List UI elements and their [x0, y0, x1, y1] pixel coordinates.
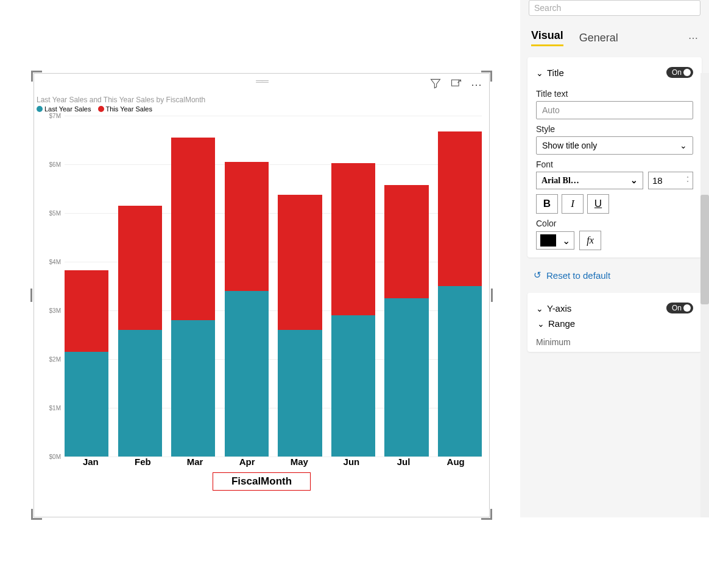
bar-segment-last-year[interactable]: [438, 286, 482, 457]
x-axis-title: FiscalMonth: [213, 472, 311, 491]
reset-to-default-button[interactable]: ↺ Reset to default: [524, 262, 705, 288]
title-text-input[interactable]: Auto: [536, 101, 693, 119]
legend-label: Last Year Sales: [44, 105, 91, 113]
toggle-knob-icon: [683, 69, 691, 76]
color-label: Color: [536, 219, 693, 228]
underline-button[interactable]: U: [587, 194, 609, 214]
section-header-yaxis[interactable]: Y-axis: [536, 303, 571, 313]
y-tick-label: $1M: [39, 405, 63, 411]
format-panel: Search Visual General ⋯ Title On Title t…: [520, 0, 709, 517]
more-options-icon[interactable]: ⋯: [471, 78, 482, 91]
resize-handle-bl[interactable]: [31, 509, 42, 520]
scrollbar-thumb[interactable]: [700, 195, 709, 304]
chevron-down-icon[interactable]: ˅: [686, 181, 689, 185]
yaxis-toggle[interactable]: On: [666, 303, 693, 313]
bar-column[interactable]: [118, 116, 162, 457]
color-picker[interactable]: ⌄: [536, 231, 574, 250]
bar-segment-this-year[interactable]: [278, 195, 322, 330]
bar-segment-this-year[interactable]: [331, 163, 375, 315]
bar-column[interactable]: [331, 116, 375, 457]
tab-visual[interactable]: Visual: [531, 29, 563, 46]
legend-swatch: [98, 106, 104, 112]
bar-segment-last-year[interactable]: [65, 352, 108, 457]
y-tick-label: $7M: [39, 113, 63, 119]
drag-grip-icon[interactable]: ══: [256, 76, 267, 87]
bar-column[interactable]: [225, 116, 269, 457]
chart-visual[interactable]: ══ ⋯ Last Year Sales and This Year Sales…: [34, 73, 490, 517]
resize-handle-tl[interactable]: [31, 71, 42, 82]
search-input[interactable]: Search: [529, 0, 700, 16]
style-label: Style: [536, 124, 693, 134]
x-tick-label: May: [273, 457, 326, 469]
x-tick-label: Jun: [325, 457, 378, 469]
x-tick-label: Jan: [65, 457, 117, 469]
bar-segment-last-year[interactable]: [118, 330, 162, 457]
legend-item: Last Year Sales: [37, 105, 91, 113]
x-tick-label: Mar: [169, 457, 221, 469]
bar-column[interactable]: [171, 116, 215, 457]
chevron-down-icon: ⌄: [562, 235, 570, 247]
bar-column[interactable]: [65, 116, 108, 457]
bar-segment-last-year[interactable]: [384, 298, 428, 457]
tab-general[interactable]: General: [579, 32, 618, 44]
bar-column[interactable]: [384, 116, 428, 457]
font-size-stepper[interactable]: 18 ˄˅: [648, 172, 693, 189]
chevron-down-icon: ⌄: [630, 175, 638, 186]
fx-button[interactable]: fx: [579, 231, 601, 250]
x-tick-label: Apr: [221, 457, 273, 469]
more-options-icon[interactable]: ⋯: [688, 32, 698, 44]
italic-button[interactable]: I: [562, 194, 584, 214]
font-label: Font: [536, 159, 693, 169]
bar-segment-this-year[interactable]: [438, 131, 482, 286]
panel-scrollbar[interactable]: [700, 73, 709, 517]
resize-handle-tr[interactable]: [481, 71, 492, 82]
legend-swatch: [37, 106, 43, 112]
legend-label: This Year Sales: [106, 105, 152, 113]
bar-segment-last-year[interactable]: [171, 320, 215, 457]
chevron-down-icon: ⌄: [680, 141, 687, 150]
bar-segment-this-year[interactable]: [225, 162, 269, 291]
search-placeholder: Search: [534, 3, 561, 13]
y-tick-label: $4M: [39, 259, 63, 265]
x-tick-label: Jul: [378, 457, 430, 469]
resize-handle-left[interactable]: [30, 289, 32, 302]
bar-segment-this-year[interactable]: [384, 185, 428, 298]
bar-segment-last-year[interactable]: [225, 291, 269, 457]
range-subsection[interactable]: Range: [536, 315, 693, 332]
bar-segment-this-year[interactable]: [65, 270, 108, 352]
y-tick-label: $5M: [39, 210, 63, 217]
resize-handle-right[interactable]: [491, 289, 493, 302]
chart-canvas-area: ══ ⋯ Last Year Sales and This Year Sales…: [0, 0, 520, 517]
title-section-card: Title On Title text Auto Style Show titl…: [527, 57, 702, 257]
y-tick-label: $2M: [39, 356, 63, 363]
yaxis-section-card: Y-axis On Range Minimum: [527, 293, 702, 352]
bar-segment-this-year[interactable]: [171, 138, 215, 320]
bar-column[interactable]: [438, 116, 482, 457]
focus-mode-icon[interactable]: [450, 77, 462, 93]
svg-rect-0: [452, 80, 459, 86]
filter-icon[interactable]: [429, 77, 442, 93]
color-chip: [540, 234, 556, 247]
bar-segment-this-year[interactable]: [118, 206, 162, 330]
legend-item: This Year Sales: [98, 105, 152, 113]
resize-handle-br[interactable]: [481, 509, 492, 520]
bar-column[interactable]: [278, 116, 322, 457]
bar-segment-last-year[interactable]: [278, 330, 322, 457]
y-tick-label: $6M: [39, 161, 63, 168]
bold-button[interactable]: B: [536, 194, 558, 214]
x-tick-label: Feb: [117, 457, 169, 469]
y-tick-label: $3M: [39, 307, 63, 314]
title-toggle[interactable]: On: [666, 67, 693, 78]
bar-segment-last-year[interactable]: [331, 315, 375, 457]
chart-plot: $0M$1M$2M$3M$4M$5M$6M$7M JanFebMarAprMay…: [39, 116, 484, 469]
chart-title: Last Year Sales and This Year Sales by F…: [34, 92, 489, 105]
section-header-title[interactable]: Title: [536, 68, 564, 78]
toggle-knob-icon: [683, 304, 691, 312]
chart-legend: Last Year Sales This Year Sales: [34, 105, 489, 116]
style-select[interactable]: Show title only ⌄: [536, 136, 693, 155]
font-family-select[interactable]: Arial Bl… ⌄: [536, 172, 643, 189]
reset-icon: ↺: [534, 270, 541, 281]
minimum-label: Minimum: [536, 337, 693, 347]
panel-tabs: Visual General ⋯: [524, 18, 705, 52]
x-tick-label: Aug: [429, 457, 482, 469]
